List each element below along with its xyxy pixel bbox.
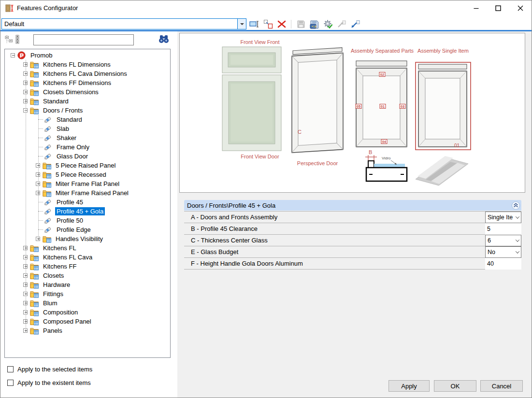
app-icon — [5, 4, 14, 12]
delete-preset-icon[interactable] — [276, 19, 287, 30]
features-configurator-window: Features Configurator Default — [0, 0, 532, 398]
tree-item-kitchens-fl-dimensions[interactable]: Kitchens FL Dimensions — [5, 60, 170, 69]
tree-item-miter-frame-flat-panel[interactable]: Miter Frame Flat Panel — [5, 179, 170, 188]
property-input-f[interactable]: 40 — [485, 258, 521, 270]
tree-item-kitchens-fl-cava[interactable]: Kitchens FL Cava — [5, 253, 170, 262]
folder-icon — [30, 244, 39, 252]
property-select-c[interactable]: 6 — [485, 235, 521, 246]
tag-icon — [43, 199, 53, 206]
tree-item-label: Kitchens FL Cava Dimensions — [42, 70, 129, 78]
tag-icon — [43, 226, 53, 234]
titlebar: Features Configurator — [0, 0, 532, 16]
c-dimension-label: C — [298, 129, 302, 135]
collapse-all-icon[interactable] — [4, 34, 14, 44]
expand-all-icon[interactable] — [15, 34, 25, 44]
tree-item-hardware[interactable]: Hardware — [5, 280, 170, 289]
preset-combo[interactable]: Default — [1, 18, 246, 29]
tree-item-label: Slab — [55, 125, 71, 133]
chevron-down-icon[interactable] — [514, 239, 521, 242]
feature-tree: PromobKitchens FL DimensionsKitchens FL … — [4, 49, 171, 358]
b-dimension-label: B — [369, 149, 372, 155]
tree-item-kitchens-ff-dimensions[interactable]: Kitchens FF Dimensions — [5, 78, 170, 87]
tree-item-label: Composed Panel — [42, 317, 93, 326]
property-select-value: No — [486, 249, 514, 256]
folder-icon — [30, 272, 39, 280]
copy-preset-icon[interactable] — [262, 19, 273, 30]
property-select-e[interactable]: No — [485, 246, 521, 258]
tree-item-frame-only[interactable]: Frame Only — [5, 142, 170, 152]
window-controls — [465, 0, 532, 16]
save-icon[interactable] — [295, 19, 306, 30]
property-row-a: A - Doors and Fronts AssemblySingle Ite — [184, 212, 521, 223]
cancel-button[interactable]: Cancel — [480, 380, 523, 392]
part-number-chip: 04 — [381, 139, 388, 144]
folder-icon — [43, 171, 52, 179]
tree-item-closets[interactable]: Closets — [5, 271, 170, 280]
tree-item-kitchens-ff[interactable]: Kitchens FF — [5, 262, 170, 271]
chevron-down-icon[interactable] — [514, 216, 521, 219]
preset-combo-dropdown-arrow[interactable] — [237, 19, 246, 29]
window-title: Features Configurator — [17, 0, 78, 16]
tree-item-standard[interactable]: Standard — [5, 115, 170, 124]
minimize-button[interactable] — [465, 0, 487, 16]
perspective-door-caption: Perspective Door — [284, 160, 351, 166]
search-binoculars-icon[interactable] — [158, 34, 170, 44]
tree-item-handles-visibility[interactable]: Handles Visibility — [5, 234, 170, 243]
tree-item-standard[interactable]: Standard — [5, 97, 170, 106]
save-config-icon[interactable]: <a — [309, 19, 320, 30]
tree-search-input[interactable] — [33, 34, 134, 45]
tree-item-profile-50[interactable]: Profile 50 — [5, 216, 170, 225]
chevron-down-icon[interactable] — [514, 251, 521, 254]
tree-item-label: Kitchens FF Dimensions — [42, 79, 113, 87]
import-arrow-icon[interactable] — [349, 19, 360, 30]
tree-expander-icon[interactable] — [11, 53, 15, 57]
apply-existent-checkbox-row[interactable]: Apply to the existent items — [7, 379, 91, 386]
property-label: B - Profile 45 Clearance — [184, 225, 258, 232]
property-select-a[interactable]: Single Ite — [485, 212, 521, 223]
tree-item-fittings[interactable]: Fittings — [5, 289, 170, 298]
export-arrow-icon[interactable] — [336, 19, 347, 30]
promob-icon — [17, 52, 27, 59]
apply-config-check-icon[interactable] — [322, 19, 333, 30]
tree-connector-line — [38, 115, 39, 239]
tree-item-kitchens-fl[interactable]: Kitchens FL — [5, 243, 170, 253]
ok-button[interactable]: OK — [434, 380, 476, 392]
tree-item-glass-door[interactable]: Glass Door — [5, 152, 170, 161]
tree-item-miter-frame-raised-panel[interactable]: Miter Frame Raised Panel — [5, 188, 170, 198]
tree-item-blum[interactable]: Blum — [5, 298, 170, 308]
apply-button[interactable]: Apply — [388, 380, 430, 392]
tree-item-5-piece-recessed[interactable]: 5 Piece Recessed — [5, 170, 170, 179]
rename-preset-icon[interactable] — [249, 19, 260, 30]
tree-item-composition[interactable]: Composition — [5, 308, 170, 317]
property-input-b[interactable]: 5 — [485, 223, 521, 235]
toolbar-separator — [291, 20, 291, 28]
tree-item-composed-panel[interactable]: Composed Panel — [5, 317, 170, 326]
tree-item-profile-45-gola[interactable]: Profile 45 + Gola — [5, 207, 170, 216]
apply-selected-checkbox[interactable] — [7, 366, 14, 372]
tree-item-doors-fronts[interactable]: Doors / Fronts — [5, 106, 170, 115]
vidro-label: Vidro — [382, 156, 391, 160]
folder-icon — [43, 180, 52, 188]
tree-item-5-piece-raised-panel[interactable]: 5 Piece Raised Panel — [5, 161, 170, 170]
apply-existent-checkbox[interactable] — [7, 380, 14, 386]
tree-item-closets-dimensions[interactable]: Closets Dimensions — [5, 87, 170, 97]
preset-combo-value: Default — [2, 19, 237, 29]
folder-icon — [30, 88, 39, 96]
collapse-properties-button[interactable] — [512, 201, 520, 210]
tree-connector-line — [26, 60, 26, 331]
property-select-value: Single Ite — [486, 214, 514, 221]
maximize-button[interactable] — [487, 0, 509, 16]
tree-item-panels[interactable]: Panels — [5, 326, 170, 335]
property-label: F - Height Handle Gola Doors Aluminum — [184, 260, 303, 267]
tree-item-slab[interactable]: Slab — [5, 124, 170, 133]
tree-item-kitchens-fl-cava-dimensions[interactable]: Kitchens FL Cava Dimensions — [5, 69, 170, 78]
part-number-chip: 05 — [356, 104, 362, 109]
tree-item-shaker[interactable]: Shaker — [5, 133, 170, 142]
tree-item-label: Kitchens FF — [42, 262, 78, 270]
apply-selected-checkbox-row[interactable]: Apply to the selected items — [7, 365, 92, 373]
tree-item-profile-edge[interactable]: Profile Edge — [5, 225, 170, 234]
folder-icon — [43, 235, 52, 243]
close-button[interactable] — [509, 0, 532, 16]
tree-item-promob[interactable]: Promob — [5, 51, 170, 60]
tree-item-profile-45[interactable]: Profile 45 — [5, 198, 170, 207]
